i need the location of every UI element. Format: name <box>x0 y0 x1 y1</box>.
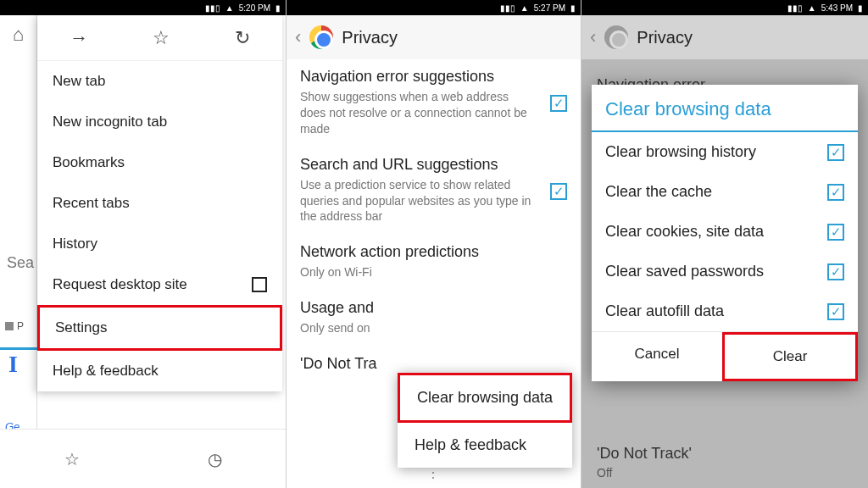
bg-dnt: 'Do Not Track' <box>597 445 692 463</box>
panel-menu: ▮▮▯ ▲ 5:20 PM ▮ ⌂ Sea P I Ge → ☆ ↻ New t… <box>0 0 287 488</box>
status-time: 5:20 PM <box>239 3 270 13</box>
chrome-icon <box>604 25 628 49</box>
opt-clear-history[interactable]: Clear browsing history ✓ <box>592 132 858 172</box>
menu-history[interactable]: History <box>37 224 282 264</box>
checkbox-checked-icon[interactable]: ✓ <box>827 224 844 241</box>
bg-off: Off <box>597 466 612 480</box>
battery-icon: ▮ <box>858 3 863 13</box>
checkbox-checked-icon[interactable]: ✓ <box>550 183 567 200</box>
opt-label: Clear browsing history <box>605 143 756 161</box>
opt-label: Clear autofill data <box>605 302 724 320</box>
battery-icon: ▮ <box>275 3 281 13</box>
page-title: Privacy <box>637 28 693 47</box>
wifi-icon: ▲ <box>808 3 816 13</box>
opt-label: Clear cookies, site data <box>605 223 764 241</box>
forward-icon[interactable]: → <box>70 27 88 49</box>
menu-new-incognito[interactable]: New incognito tab <box>37 102 282 142</box>
setting-nav-error[interactable]: Navigation error suggestions Show sugges… <box>287 59 581 147</box>
battery-icon: ▮ <box>570 3 576 13</box>
dialog-actions: Cancel Clear <box>592 331 858 381</box>
menu-request-desktop[interactable]: Request desktop site <box>37 264 282 305</box>
setting-title: Network action predictions <box>300 243 567 261</box>
opt-clear-passwords[interactable]: Clear saved passwords ✓ <box>592 252 858 291</box>
status-time: 5:27 PM <box>534 3 565 13</box>
menu-label: Bookmarks <box>53 154 125 171</box>
overflow-menu: → ☆ ↻ New tab New incognito tab Bookmark… <box>37 15 282 391</box>
star-outline-icon[interactable]: ☆ <box>64 449 80 469</box>
context-popup: Clear browsing data Help & feedback <box>398 373 572 468</box>
favicon-icon <box>5 322 14 330</box>
status-bar: ▮▮▯ ▲ 5:20 PM ▮ <box>0 0 286 15</box>
popup-label: Clear browsing data <box>417 389 553 406</box>
menu-new-tab[interactable]: New tab <box>37 61 282 102</box>
menu-label: Request desktop site <box>53 276 187 293</box>
panel-clear-dialog: ▮▮▯ ▲ 5:43 PM ▮ ‹ Privacy Navigation err… <box>581 0 868 488</box>
opt-clear-cache[interactable]: Clear the cache ✓ <box>592 172 858 212</box>
tab-underline <box>0 347 37 350</box>
checkbox-checked-icon[interactable]: ✓ <box>827 303 844 320</box>
opt-clear-autofill[interactable]: Clear autofill data ✓ <box>592 291 858 331</box>
search-partial[interactable]: Sea <box>0 254 37 272</box>
menu-label: Recent tabs <box>53 195 130 212</box>
setting-title: Search and URL suggestions <box>300 156 567 174</box>
checkbox-checked-icon[interactable]: ✓ <box>827 184 844 201</box>
menu-toolbar: → ☆ ↻ <box>37 15 282 61</box>
wifi-icon: ▲ <box>520 3 529 13</box>
bottom-toolbar: ☆ ◷ <box>0 429 286 488</box>
page-title: Privacy <box>342 28 398 47</box>
browser-underlay: ⌂ Sea P I Ge <box>0 15 37 488</box>
menu-label: Settings <box>55 319 107 336</box>
opt-label: Clear the cache <box>605 183 712 201</box>
setting-title: 'Do Not Tra <box>300 355 567 373</box>
privacy-header-dimmed: ‹ Privacy <box>581 15 868 59</box>
menu-settings[interactable]: Settings <box>37 305 282 351</box>
clear-button[interactable]: Clear <box>722 332 858 381</box>
menu-bookmarks[interactable]: Bookmarks <box>37 142 282 183</box>
setting-subtitle: Show suggestions when a web address does… <box>300 89 567 137</box>
checkbox-empty-icon[interactable] <box>252 277 267 292</box>
back-icon[interactable]: ‹ <box>295 26 301 48</box>
privacy-header: ‹ Privacy <box>287 15 581 59</box>
button-label: Clear <box>773 348 808 364</box>
setting-title: Usage and <box>300 299 567 317</box>
checkbox-checked-icon[interactable]: ✓ <box>827 263 844 280</box>
setting-network-predictions[interactable]: Network action predictions Only on Wi-Fi <box>287 235 581 291</box>
page-logo-letter: I <box>8 351 18 378</box>
status-bar: ▮▮▯ ▲ 5:43 PM ▮ <box>581 0 868 15</box>
opt-label: Clear saved passwords <box>605 263 764 280</box>
history-clock-icon[interactable]: ◷ <box>208 449 222 469</box>
signal-icon: ▮▮▯ <box>500 3 515 13</box>
popup-clear-browsing-data[interactable]: Clear browsing data <box>398 373 572 423</box>
cancel-button[interactable]: Cancel <box>592 332 722 381</box>
signal-icon: ▮▮▯ <box>787 3 803 13</box>
button-label: Cancel <box>635 346 680 362</box>
status-bar: ▮▮▯ ▲ 5:27 PM ▮ <box>287 0 581 15</box>
chrome-icon <box>309 25 333 49</box>
tab-label-partial: P <box>17 320 24 332</box>
menu-help-feedback[interactable]: Help & feedback <box>37 351 282 391</box>
opt-clear-cookies[interactable]: Clear cookies, site data ✓ <box>592 212 858 252</box>
menu-label: Help & feedback <box>53 363 159 380</box>
checkbox-checked-icon[interactable]: ✓ <box>827 144 844 161</box>
tab-strip-partial: P <box>5 320 32 332</box>
dialog-title: Clear browsing data <box>592 93 858 132</box>
popup-help-feedback[interactable]: Help & feedback <box>398 423 572 468</box>
setting-search-url[interactable]: Search and URL suggestions Use a predict… <box>287 147 581 236</box>
menu-label: New incognito tab <box>53 114 167 130</box>
setting-title: Navigation error suggestions <box>300 68 567 86</box>
reload-icon[interactable]: ↻ <box>235 27 250 49</box>
checkbox-checked-icon[interactable]: ✓ <box>550 95 567 112</box>
setting-subtitle: Use a prediction service to show related… <box>300 177 567 225</box>
setting-subtitle: Only send on <box>300 320 567 336</box>
menu-recent-tabs[interactable]: Recent tabs <box>37 183 282 224</box>
popup-label: Help & feedback <box>415 436 526 453</box>
star-icon[interactable]: ☆ <box>153 27 170 49</box>
menu-label: New tab <box>53 73 105 90</box>
clear-browsing-dialog: Clear browsing data Clear browsing histo… <box>592 85 858 381</box>
signal-icon: ▮▮▯ <box>205 3 220 13</box>
home-icon[interactable]: ⌂ <box>0 15 36 54</box>
setting-subtitle: Only on Wi-Fi <box>300 264 567 280</box>
setting-usage[interactable]: Usage and Only send on <box>287 291 581 347</box>
menu-label: History <box>53 236 97 252</box>
status-time: 5:43 PM <box>821 3 853 13</box>
